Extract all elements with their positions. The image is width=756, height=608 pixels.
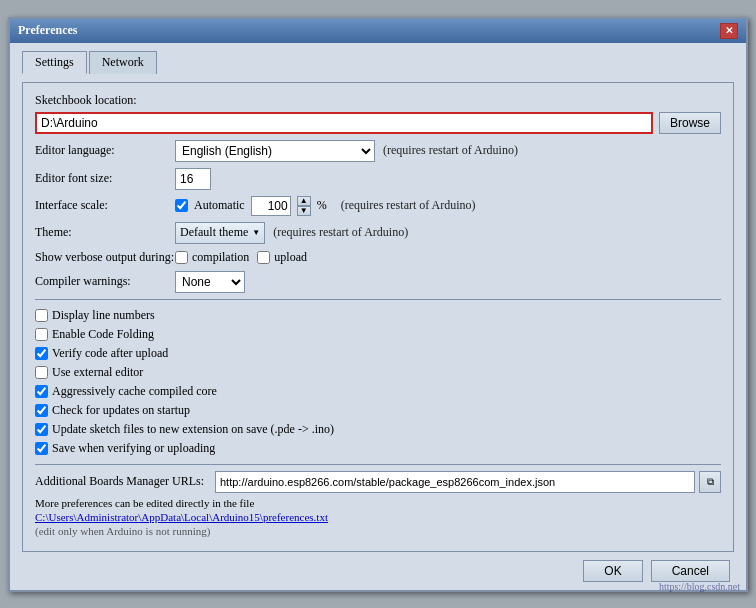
- close-button[interactable]: ✕: [720, 23, 738, 39]
- checkbox-4[interactable]: [35, 385, 48, 398]
- editor-font-size-label: Editor font size:: [35, 171, 175, 186]
- checkbox-label-7: Save when verifying or uploading: [52, 441, 215, 456]
- spinner-buttons: ▲ ▼: [297, 196, 311, 216]
- checkbox-5[interactable]: [35, 404, 48, 417]
- scale-unit: %: [317, 198, 327, 213]
- scale-hint: (requires restart of Arduino): [341, 198, 476, 213]
- checkbox-7[interactable]: [35, 442, 48, 455]
- interface-scale-label: Interface scale:: [35, 198, 175, 213]
- titlebar: Preferences ✕: [10, 19, 746, 43]
- ok-button[interactable]: OK: [583, 560, 642, 582]
- verbose-upload-checkbox[interactable]: [257, 251, 270, 264]
- spinner-up[interactable]: ▲: [297, 196, 311, 206]
- divider-1: [35, 299, 721, 300]
- sketchbook-input[interactable]: [35, 112, 653, 134]
- checkbox-row-4: Aggressively cache compiled core: [35, 384, 721, 399]
- checkbox-row-2: Verify code after upload: [35, 346, 721, 361]
- checkbox-row-7: Save when verifying or uploading: [35, 441, 721, 456]
- checkbox-row-0: Display line numbers: [35, 308, 721, 323]
- editor-font-size-input[interactable]: [175, 168, 211, 190]
- titlebar-buttons: ✕: [720, 23, 738, 39]
- sketchbook-section: Sketchbook location: Browse: [35, 93, 721, 134]
- watermark: https://blog.csdn.net: [659, 581, 740, 592]
- verbose-upload-label: upload: [274, 250, 307, 265]
- prefs-file-path[interactable]: C:\Users\Administrator\AppData\Local\Ard…: [35, 511, 721, 523]
- verbose-compilation: compilation: [175, 250, 249, 265]
- boards-url-row: Additional Boards Manager URLs: ⧉: [35, 471, 721, 493]
- sketchbook-label: Sketchbook location:: [35, 93, 721, 108]
- boards-url-input[interactable]: [215, 471, 695, 493]
- browse-button[interactable]: Browse: [659, 112, 721, 134]
- scale-section: Automatic ▲ ▼ % (requires restart of Ard…: [175, 196, 476, 216]
- scale-value-input[interactable]: [251, 196, 291, 216]
- checkbox-label-0: Display line numbers: [52, 308, 155, 323]
- cancel-button[interactable]: Cancel: [651, 560, 730, 582]
- checkbox-label-3: Use external editor: [52, 365, 143, 380]
- checkbox-label-4: Aggressively cache compiled core: [52, 384, 217, 399]
- verbose-compilation-label: compilation: [192, 250, 249, 265]
- editor-font-size-row: Editor font size:: [35, 168, 721, 190]
- checkbox-3[interactable]: [35, 366, 48, 379]
- theme-select[interactable]: Default theme ▼: [175, 222, 265, 244]
- theme-row: Theme: Default theme ▼ (requires restart…: [35, 222, 721, 244]
- tab-bar: Settings Network: [22, 51, 734, 74]
- checkbox-row-1: Enable Code Folding: [35, 327, 721, 342]
- checkbox-0[interactable]: [35, 309, 48, 322]
- checkbox-row-6: Update sketch files to new extension on …: [35, 422, 721, 437]
- verbose-label: Show verbose output during:: [35, 250, 175, 265]
- verbose-row: Show verbose output during: compilation …: [35, 250, 721, 265]
- compiler-warnings-select[interactable]: None Default More All: [175, 271, 245, 293]
- tab-settings[interactable]: Settings: [22, 51, 87, 74]
- boards-url-copy-button[interactable]: ⧉: [699, 471, 721, 493]
- editor-language-label: Editor language:: [35, 143, 175, 158]
- theme-hint: (requires restart of Arduino): [273, 225, 408, 240]
- boards-url-label: Additional Boards Manager URLs:: [35, 474, 215, 489]
- auto-scale-checkbox[interactable]: [175, 199, 188, 212]
- checkbox-label-6: Update sketch files to new extension on …: [52, 422, 334, 437]
- theme-value: Default theme: [180, 225, 248, 240]
- verbose-upload: upload: [257, 250, 307, 265]
- theme-dropdown-arrow: ▼: [252, 228, 260, 237]
- sketchbook-input-row: Browse: [35, 112, 721, 134]
- preferences-window: Preferences ✕ Settings Network Sketchboo…: [8, 17, 748, 592]
- checkbox-row-3: Use external editor: [35, 365, 721, 380]
- editor-language-select[interactable]: English (English): [175, 140, 375, 162]
- checkbox-row-5: Check for updates on startup: [35, 403, 721, 418]
- checkbox-label-2: Verify code after upload: [52, 346, 168, 361]
- more-prefs-text: More preferences can be edited directly …: [35, 497, 721, 509]
- checkbox-1[interactable]: [35, 328, 48, 341]
- editor-language-row: Editor language: English (English) (requ…: [35, 140, 721, 162]
- interface-scale-row: Interface scale: Automatic ▲ ▼ % (requir…: [35, 196, 721, 216]
- spinner-down[interactable]: ▼: [297, 206, 311, 216]
- verbose-compilation-checkbox[interactable]: [175, 251, 188, 264]
- edit-note: (edit only when Arduino is not running): [35, 525, 721, 537]
- verbose-options: compilation upload: [175, 250, 307, 265]
- editor-language-hint: (requires restart of Arduino): [383, 143, 518, 158]
- tab-network[interactable]: Network: [89, 51, 157, 74]
- window-title: Preferences: [18, 23, 78, 38]
- window-content: Settings Network Sketchbook location: Br…: [10, 43, 746, 590]
- theme-label: Theme:: [35, 225, 175, 240]
- checkbox-label-1: Enable Code Folding: [52, 327, 154, 342]
- settings-panel: Sketchbook location: Browse Editor langu…: [22, 82, 734, 552]
- compiler-warnings-row: Compiler warnings: None Default More All: [35, 271, 721, 293]
- checkbox-6[interactable]: [35, 423, 48, 436]
- footer: OK Cancel: [22, 560, 734, 582]
- checkbox-label-5: Check for updates on startup: [52, 403, 190, 418]
- checkbox-2[interactable]: [35, 347, 48, 360]
- auto-label: Automatic: [194, 198, 245, 213]
- checkboxes-section: Display line numbers Enable Code Folding…: [35, 308, 721, 456]
- compiler-warnings-label: Compiler warnings:: [35, 274, 175, 289]
- divider-2: [35, 464, 721, 465]
